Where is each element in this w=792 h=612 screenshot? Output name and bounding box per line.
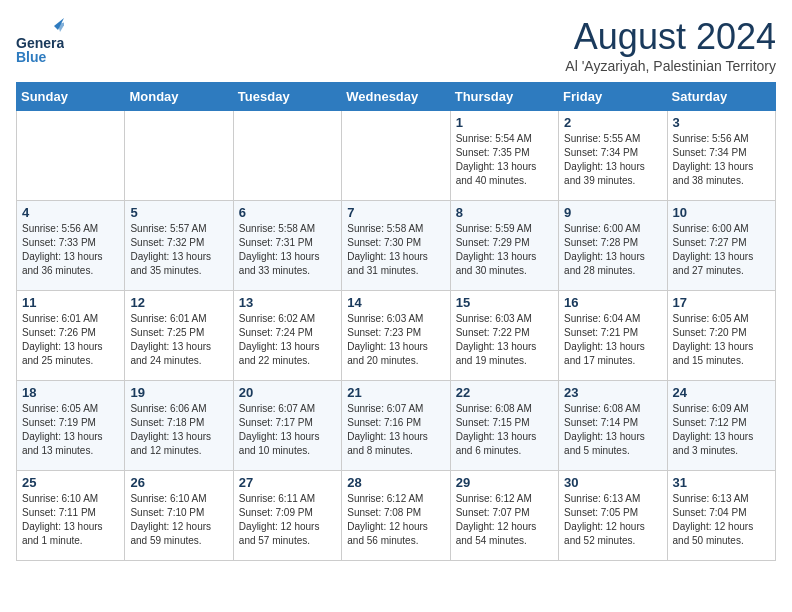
calendar-cell: 3Sunrise: 5:56 AM Sunset: 7:34 PM Daylig…: [667, 111, 775, 201]
weekday-header-thursday: Thursday: [450, 83, 558, 111]
calendar-cell: 22Sunrise: 6:08 AM Sunset: 7:15 PM Dayli…: [450, 381, 558, 471]
day-number: 30: [564, 475, 661, 490]
calendar-cell: 21Sunrise: 6:07 AM Sunset: 7:16 PM Dayli…: [342, 381, 450, 471]
day-number: 25: [22, 475, 119, 490]
day-info: Sunrise: 6:00 AM Sunset: 7:27 PM Dayligh…: [673, 222, 770, 278]
weekday-row: SundayMondayTuesdayWednesdayThursdayFrid…: [17, 83, 776, 111]
day-info: Sunrise: 6:01 AM Sunset: 7:25 PM Dayligh…: [130, 312, 227, 368]
day-info: Sunrise: 6:07 AM Sunset: 7:16 PM Dayligh…: [347, 402, 444, 458]
calendar-body: 1Sunrise: 5:54 AM Sunset: 7:35 PM Daylig…: [17, 111, 776, 561]
calendar-week-4: 18Sunrise: 6:05 AM Sunset: 7:19 PM Dayli…: [17, 381, 776, 471]
day-info: Sunrise: 6:03 AM Sunset: 7:23 PM Dayligh…: [347, 312, 444, 368]
day-info: Sunrise: 6:01 AM Sunset: 7:26 PM Dayligh…: [22, 312, 119, 368]
calendar-week-5: 25Sunrise: 6:10 AM Sunset: 7:11 PM Dayli…: [17, 471, 776, 561]
day-info: Sunrise: 6:07 AM Sunset: 7:17 PM Dayligh…: [239, 402, 336, 458]
calendar-cell: 31Sunrise: 6:13 AM Sunset: 7:04 PM Dayli…: [667, 471, 775, 561]
calendar-week-1: 1Sunrise: 5:54 AM Sunset: 7:35 PM Daylig…: [17, 111, 776, 201]
day-info: Sunrise: 6:08 AM Sunset: 7:14 PM Dayligh…: [564, 402, 661, 458]
day-number: 20: [239, 385, 336, 400]
calendar-cell: 9Sunrise: 6:00 AM Sunset: 7:28 PM Daylig…: [559, 201, 667, 291]
day-number: 1: [456, 115, 553, 130]
calendar-cell: 15Sunrise: 6:03 AM Sunset: 7:22 PM Dayli…: [450, 291, 558, 381]
day-number: 23: [564, 385, 661, 400]
calendar-cell: 4Sunrise: 5:56 AM Sunset: 7:33 PM Daylig…: [17, 201, 125, 291]
day-number: 28: [347, 475, 444, 490]
day-info: Sunrise: 6:05 AM Sunset: 7:19 PM Dayligh…: [22, 402, 119, 458]
calendar-cell: 20Sunrise: 6:07 AM Sunset: 7:17 PM Dayli…: [233, 381, 341, 471]
day-number: 13: [239, 295, 336, 310]
day-number: 12: [130, 295, 227, 310]
day-number: 26: [130, 475, 227, 490]
day-number: 15: [456, 295, 553, 310]
calendar-cell: 28Sunrise: 6:12 AM Sunset: 7:08 PM Dayli…: [342, 471, 450, 561]
day-number: 9: [564, 205, 661, 220]
day-info: Sunrise: 6:08 AM Sunset: 7:15 PM Dayligh…: [456, 402, 553, 458]
calendar-cell: 25Sunrise: 6:10 AM Sunset: 7:11 PM Dayli…: [17, 471, 125, 561]
day-number: 11: [22, 295, 119, 310]
calendar-table: SundayMondayTuesdayWednesdayThursdayFrid…: [16, 82, 776, 561]
calendar-cell: [233, 111, 341, 201]
calendar-cell: 14Sunrise: 6:03 AM Sunset: 7:23 PM Dayli…: [342, 291, 450, 381]
day-info: Sunrise: 6:04 AM Sunset: 7:21 PM Dayligh…: [564, 312, 661, 368]
calendar-cell: 27Sunrise: 6:11 AM Sunset: 7:09 PM Dayli…: [233, 471, 341, 561]
day-number: 18: [22, 385, 119, 400]
day-info: Sunrise: 5:55 AM Sunset: 7:34 PM Dayligh…: [564, 132, 661, 188]
day-number: 24: [673, 385, 770, 400]
day-info: Sunrise: 6:06 AM Sunset: 7:18 PM Dayligh…: [130, 402, 227, 458]
day-info: Sunrise: 6:10 AM Sunset: 7:10 PM Dayligh…: [130, 492, 227, 548]
calendar-cell: 23Sunrise: 6:08 AM Sunset: 7:14 PM Dayli…: [559, 381, 667, 471]
calendar-cell: [125, 111, 233, 201]
weekday-header-saturday: Saturday: [667, 83, 775, 111]
day-number: 29: [456, 475, 553, 490]
calendar-cell: 19Sunrise: 6:06 AM Sunset: 7:18 PM Dayli…: [125, 381, 233, 471]
day-number: 5: [130, 205, 227, 220]
day-info: Sunrise: 6:10 AM Sunset: 7:11 PM Dayligh…: [22, 492, 119, 548]
day-info: Sunrise: 6:02 AM Sunset: 7:24 PM Dayligh…: [239, 312, 336, 368]
calendar-cell: 11Sunrise: 6:01 AM Sunset: 7:26 PM Dayli…: [17, 291, 125, 381]
day-number: 19: [130, 385, 227, 400]
calendar-cell: 8Sunrise: 5:59 AM Sunset: 7:29 PM Daylig…: [450, 201, 558, 291]
calendar-header: SundayMondayTuesdayWednesdayThursdayFrid…: [17, 83, 776, 111]
calendar-cell: 24Sunrise: 6:09 AM Sunset: 7:12 PM Dayli…: [667, 381, 775, 471]
svg-text:Blue: Blue: [16, 49, 47, 64]
calendar-cell: 13Sunrise: 6:02 AM Sunset: 7:24 PM Dayli…: [233, 291, 341, 381]
day-number: 17: [673, 295, 770, 310]
location-subtitle: Al 'Ayzariyah, Palestinian Territory: [565, 58, 776, 74]
day-number: 27: [239, 475, 336, 490]
calendar-cell: 16Sunrise: 6:04 AM Sunset: 7:21 PM Dayli…: [559, 291, 667, 381]
day-info: Sunrise: 6:05 AM Sunset: 7:20 PM Dayligh…: [673, 312, 770, 368]
calendar-cell: 10Sunrise: 6:00 AM Sunset: 7:27 PM Dayli…: [667, 201, 775, 291]
day-info: Sunrise: 5:57 AM Sunset: 7:32 PM Dayligh…: [130, 222, 227, 278]
day-info: Sunrise: 5:56 AM Sunset: 7:34 PM Dayligh…: [673, 132, 770, 188]
day-number: 21: [347, 385, 444, 400]
day-number: 10: [673, 205, 770, 220]
calendar-cell: 2Sunrise: 5:55 AM Sunset: 7:34 PM Daylig…: [559, 111, 667, 201]
day-info: Sunrise: 6:09 AM Sunset: 7:12 PM Dayligh…: [673, 402, 770, 458]
day-info: Sunrise: 6:00 AM Sunset: 7:28 PM Dayligh…: [564, 222, 661, 278]
day-number: 14: [347, 295, 444, 310]
page-header: General Blue August 2024 Al 'Ayzariyah, …: [16, 16, 776, 74]
day-info: Sunrise: 5:54 AM Sunset: 7:35 PM Dayligh…: [456, 132, 553, 188]
weekday-header-wednesday: Wednesday: [342, 83, 450, 111]
day-number: 22: [456, 385, 553, 400]
day-number: 6: [239, 205, 336, 220]
day-number: 2: [564, 115, 661, 130]
day-number: 3: [673, 115, 770, 130]
day-info: Sunrise: 6:12 AM Sunset: 7:08 PM Dayligh…: [347, 492, 444, 548]
calendar-cell: 18Sunrise: 6:05 AM Sunset: 7:19 PM Dayli…: [17, 381, 125, 471]
weekday-header-sunday: Sunday: [17, 83, 125, 111]
month-title: August 2024: [565, 16, 776, 58]
day-info: Sunrise: 5:56 AM Sunset: 7:33 PM Dayligh…: [22, 222, 119, 278]
day-info: Sunrise: 6:12 AM Sunset: 7:07 PM Dayligh…: [456, 492, 553, 548]
day-info: Sunrise: 6:11 AM Sunset: 7:09 PM Dayligh…: [239, 492, 336, 548]
calendar-cell: 6Sunrise: 5:58 AM Sunset: 7:31 PM Daylig…: [233, 201, 341, 291]
day-number: 7: [347, 205, 444, 220]
calendar-cell: 17Sunrise: 6:05 AM Sunset: 7:20 PM Dayli…: [667, 291, 775, 381]
calendar-cell: 7Sunrise: 5:58 AM Sunset: 7:30 PM Daylig…: [342, 201, 450, 291]
day-info: Sunrise: 6:13 AM Sunset: 7:04 PM Dayligh…: [673, 492, 770, 548]
calendar-cell: 29Sunrise: 6:12 AM Sunset: 7:07 PM Dayli…: [450, 471, 558, 561]
calendar-cell: [342, 111, 450, 201]
weekday-header-monday: Monday: [125, 83, 233, 111]
calendar-week-3: 11Sunrise: 6:01 AM Sunset: 7:26 PM Dayli…: [17, 291, 776, 381]
logo: General Blue: [16, 16, 64, 68]
